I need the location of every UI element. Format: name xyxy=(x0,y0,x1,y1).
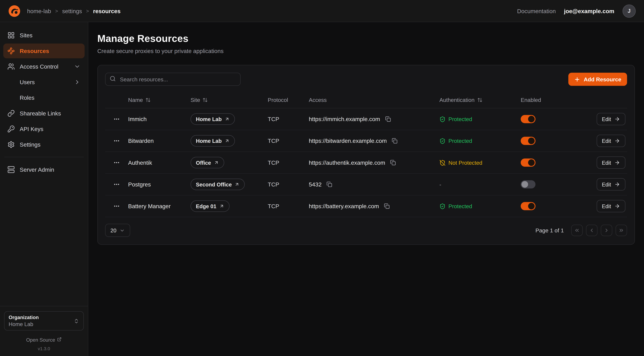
edit-button[interactable]: Edit xyxy=(596,178,625,190)
edit-label: Edit xyxy=(602,203,611,209)
enabled-toggle[interactable] xyxy=(521,115,536,123)
column-header-name[interactable]: Name xyxy=(128,97,190,103)
organization-text: Organization Home Lab xyxy=(8,314,39,327)
last-page-button[interactable] xyxy=(616,224,627,236)
resource-name: Immich xyxy=(128,116,190,122)
sidebar-item-users[interactable]: Users xyxy=(3,75,84,90)
documentation-link[interactable]: Documentation xyxy=(517,8,556,14)
enabled-toggle[interactable] xyxy=(521,137,536,145)
table-row: Bitwarden Home Lab TCP https://bitwarden… xyxy=(105,130,627,152)
sort-icon xyxy=(202,97,208,102)
arrow-right-icon xyxy=(614,182,620,187)
enabled-toggle[interactable] xyxy=(521,180,536,188)
next-page-button[interactable] xyxy=(601,224,612,236)
arrow-right-icon xyxy=(614,160,620,166)
arrow-right-icon xyxy=(614,116,620,122)
enabled-toggle[interactable] xyxy=(521,202,536,210)
edit-button[interactable]: Edit xyxy=(596,135,625,147)
table-row: Immich Home Lab TCP https://immich.examp… xyxy=(105,108,627,130)
avatar[interactable]: J xyxy=(622,4,636,18)
edit-button[interactable]: Edit xyxy=(596,156,625,169)
organization-selector[interactable]: Organization Home Lab xyxy=(4,311,84,331)
user-email[interactable]: joe@example.com xyxy=(564,8,614,14)
site-link[interactable]: Home Lab xyxy=(190,135,235,146)
resource-name: Authentik xyxy=(128,159,190,166)
authentication-status: Not Protected xyxy=(440,160,521,166)
site-link[interactable]: Edge 01 xyxy=(190,200,230,212)
search-input[interactable] xyxy=(119,76,236,83)
sidebar-item-sites[interactable]: Sites xyxy=(3,28,84,43)
external-link-icon xyxy=(57,337,62,343)
site-label: Second Office xyxy=(196,181,232,188)
copy-button[interactable] xyxy=(389,159,397,166)
sidebar-item-label: Settings xyxy=(20,141,40,148)
arrow-right-icon xyxy=(614,203,620,209)
edit-button[interactable]: Edit xyxy=(596,200,625,212)
table-row: Postgres Second Office TCP 5432 - Edit xyxy=(105,174,627,196)
sidebar-item-server-admin[interactable]: Server Admin xyxy=(3,162,84,177)
sidebar-item-access-control[interactable]: Access Control xyxy=(3,59,84,74)
site-link[interactable]: Second Office xyxy=(190,179,245,190)
breadcrumb-settings[interactable]: settings xyxy=(62,8,82,14)
sidebar-item-api-keys[interactable]: API Keys xyxy=(3,122,84,136)
column-header-label: Protocol xyxy=(268,97,288,103)
site-label: Home Lab xyxy=(196,138,222,144)
site-link[interactable]: Office xyxy=(190,157,224,168)
row-menu-button[interactable] xyxy=(112,114,122,124)
edit-button[interactable]: Edit xyxy=(596,113,625,125)
plus-icon xyxy=(574,76,580,82)
sidebar-item-label: Access Control xyxy=(20,63,58,70)
sidebar-item-settings[interactable]: Settings xyxy=(3,137,84,152)
search-box xyxy=(105,72,240,86)
enabled-toggle[interactable] xyxy=(521,158,536,167)
copy-button[interactable] xyxy=(383,202,390,210)
page-info: Page 1 of 1 xyxy=(536,227,564,234)
authentication-label: Not Protected xyxy=(448,160,482,166)
row-menu-button[interactable] xyxy=(112,158,122,168)
card-toolbar: Add Resource xyxy=(105,72,627,86)
row-menu-button[interactable] xyxy=(112,136,122,146)
card-footer: 20 Page 1 of 1 xyxy=(105,224,627,237)
sidebar-item-roles[interactable]: Roles xyxy=(3,90,84,105)
app-root: home-lab > settings > resources Document… xyxy=(0,0,644,356)
arrow-up-right-icon xyxy=(214,160,219,165)
sidebar: Sites Resources Access Control xyxy=(0,22,88,356)
column-header-label: Enabled xyxy=(521,97,541,103)
copy-button[interactable] xyxy=(391,137,398,144)
column-header-label: Access xyxy=(309,97,327,103)
key-icon xyxy=(8,125,15,133)
first-page-button[interactable] xyxy=(571,224,583,236)
organization-label: Organization xyxy=(8,314,39,320)
add-resource-button[interactable]: Add Resource xyxy=(568,72,627,86)
copy-button[interactable] xyxy=(326,181,333,188)
column-header-authentication[interactable]: Authentication xyxy=(440,97,521,103)
sidebar-item-resources[interactable]: Resources xyxy=(3,44,84,58)
column-header-site[interactable]: Site xyxy=(190,97,268,103)
copy-button[interactable] xyxy=(384,116,392,123)
server-icon xyxy=(8,166,15,173)
sidebar-item-label: Sites xyxy=(20,32,32,39)
toggle-knob xyxy=(528,159,535,166)
row-menu-button[interactable] xyxy=(112,180,122,189)
shield-check-icon xyxy=(440,203,446,209)
previous-page-button[interactable] xyxy=(586,224,598,236)
resource-protocol: TCP xyxy=(268,159,309,166)
open-source-link[interactable]: Open Source xyxy=(4,337,84,343)
breadcrumb-home-lab[interactable]: home-lab xyxy=(27,8,51,14)
pangolin-logo-icon[interactable] xyxy=(8,5,20,17)
page-subtitle: Create secure proxies to your private ap… xyxy=(97,48,635,54)
row-menu-button[interactable] xyxy=(112,201,122,211)
table-row: Authentik Office TCP https://authentik.e… xyxy=(105,152,627,174)
authentication-status: Protected xyxy=(440,116,521,122)
waypoints-icon xyxy=(8,47,15,55)
chevrons-up-down-icon xyxy=(74,318,79,324)
page-size-select[interactable]: 20 xyxy=(105,224,130,237)
authentication-label: - xyxy=(440,181,441,188)
sidebar-item-shareable-links[interactable]: Shareable Links xyxy=(3,106,84,121)
column-header-label: Site xyxy=(190,97,200,103)
site-link[interactable]: Home Lab xyxy=(190,113,235,125)
arrow-right-icon xyxy=(614,138,620,144)
add-resource-label: Add Resource xyxy=(584,76,621,82)
site-label: Home Lab xyxy=(196,116,222,122)
arrow-up-right-icon xyxy=(224,138,230,143)
